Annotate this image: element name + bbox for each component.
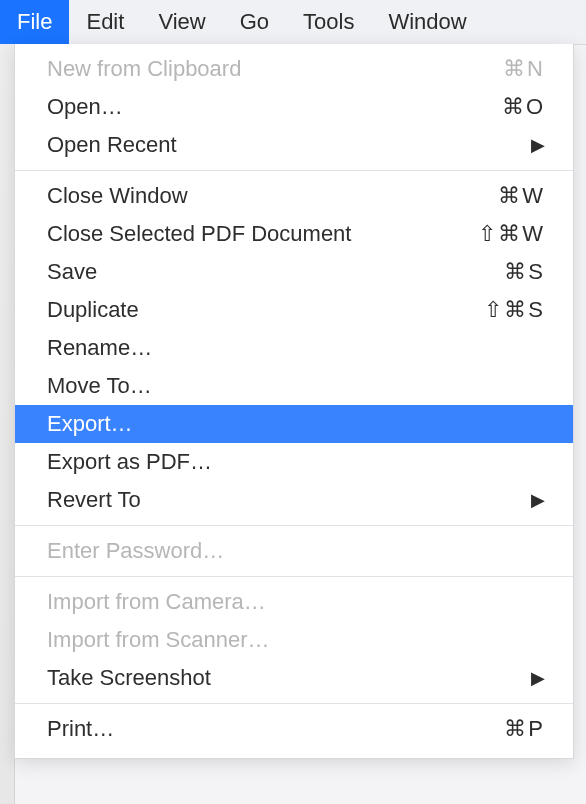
menuitem-label: Export… <box>47 411 133 437</box>
submenu-arrow-icon: ▶ <box>531 134 545 156</box>
menuitem-label: Export as PDF… <box>47 449 212 475</box>
menuitem-label: Close Window <box>47 183 188 209</box>
menuitem-duplicate[interactable]: Duplicate ⇧⌘S <box>15 291 573 329</box>
menuitem-label: New from Clipboard <box>47 56 241 82</box>
menuitem-revert-to[interactable]: Revert To ▶ <box>15 481 573 519</box>
menu-tools-label: Tools <box>303 9 354 35</box>
menuitem-open[interactable]: Open… ⌘O <box>15 88 573 126</box>
menuitem-open-recent[interactable]: Open Recent ▶ <box>15 126 573 164</box>
submenu-arrow-icon: ▶ <box>531 667 545 689</box>
menuitem-label: Rename… <box>47 335 152 361</box>
menu-tools[interactable]: Tools <box>286 0 371 44</box>
menu-divider <box>15 525 573 526</box>
menu-window-label: Window <box>388 9 466 35</box>
menuitem-new-from-clipboard: New from Clipboard ⌘N <box>15 50 573 88</box>
menuitem-label: Duplicate <box>47 297 139 323</box>
menu-view-label: View <box>158 9 205 35</box>
menuitem-label: Open… <box>47 94 123 120</box>
menuitem-label: Import from Camera… <box>47 589 266 615</box>
menuitem-shortcut: ⇧⌘W <box>455 221 545 247</box>
menu-divider <box>15 703 573 704</box>
menuitem-shortcut: ⌘P <box>455 716 545 742</box>
menuitem-label: Close Selected PDF Document <box>47 221 351 247</box>
menu-edit-label: Edit <box>86 9 124 35</box>
menuitem-label: Save <box>47 259 97 285</box>
menuitem-save[interactable]: Save ⌘S <box>15 253 573 291</box>
menuitem-enter-password: Enter Password… <box>15 532 573 570</box>
menuitem-export-as-pdf[interactable]: Export as PDF… <box>15 443 573 481</box>
menu-window[interactable]: Window <box>371 0 483 44</box>
menuitem-import-from-scanner: Import from Scanner… <box>15 621 573 659</box>
menuitem-rename[interactable]: Rename… <box>15 329 573 367</box>
menuitem-shortcut: ⌘O <box>455 94 545 120</box>
menubar: File Edit View Go Tools Window <box>0 0 586 45</box>
menuitem-close-selected-pdf[interactable]: Close Selected PDF Document ⇧⌘W <box>15 215 573 253</box>
menuitem-label: Enter Password… <box>47 538 224 564</box>
menuitem-import-from-camera: Import from Camera… <box>15 583 573 621</box>
menuitem-label: Import from Scanner… <box>47 627 270 653</box>
menuitem-label: Print… <box>47 716 114 742</box>
menuitem-export[interactable]: Export… <box>15 405 573 443</box>
menuitem-label: Move To… <box>47 373 152 399</box>
menuitem-take-screenshot[interactable]: Take Screenshot ▶ <box>15 659 573 697</box>
file-menu-dropdown: New from Clipboard ⌘N Open… ⌘O Open Rece… <box>14 44 574 759</box>
menu-file-label: File <box>17 9 52 35</box>
menu-go-label: Go <box>240 9 269 35</box>
background-window-edge <box>0 44 15 804</box>
menuitem-label: Take Screenshot <box>47 665 211 691</box>
menuitem-print[interactable]: Print… ⌘P <box>15 710 573 748</box>
menuitem-shortcut: ⇧⌘S <box>455 297 545 323</box>
menu-edit[interactable]: Edit <box>69 0 141 44</box>
menu-file[interactable]: File <box>0 0 69 44</box>
menuitem-shortcut: ⌘S <box>455 259 545 285</box>
menuitem-shortcut: ⌘W <box>455 183 545 209</box>
menu-divider <box>15 170 573 171</box>
menuitem-move-to[interactable]: Move To… <box>15 367 573 405</box>
menuitem-label: Open Recent <box>47 132 177 158</box>
submenu-arrow-icon: ▶ <box>531 489 545 511</box>
menuitem-close-window[interactable]: Close Window ⌘W <box>15 177 573 215</box>
menuitem-shortcut: ⌘N <box>455 56 545 82</box>
menuitem-label: Revert To <box>47 487 141 513</box>
menu-go[interactable]: Go <box>223 0 286 44</box>
menu-view[interactable]: View <box>141 0 222 44</box>
menu-divider <box>15 576 573 577</box>
